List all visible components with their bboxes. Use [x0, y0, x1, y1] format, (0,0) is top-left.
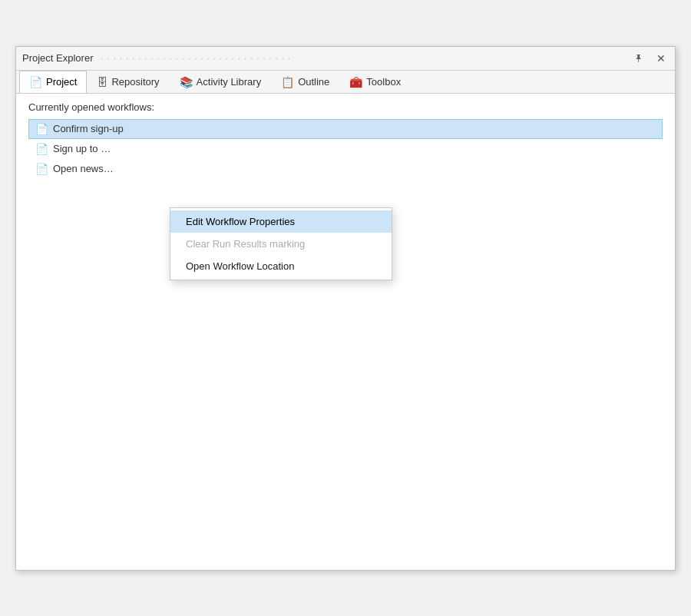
open-workflow-location-label: Open Workflow Location — [186, 260, 294, 272]
workflow-icon-open-news: 📄 — [35, 163, 48, 175]
tab-outline[interactable]: 📋 Outline — [271, 71, 339, 93]
workflow-label-open-news: Open news… — [53, 163, 114, 174]
tab-bar: 📄 Project 🗄 Repository 📚 Activity Librar… — [16, 71, 675, 94]
workflow-label-confirm-signup: Confirm sign-up — [53, 123, 124, 134]
tab-activity-library-label: Activity Library — [197, 76, 262, 88]
activity-library-tab-icon: 📚 — [180, 76, 193, 88]
tab-project[interactable]: 📄 Project — [19, 71, 87, 93]
section-label: Currently opened workflows: — [28, 101, 663, 113]
workflow-icon-sign-up-to: 📄 — [35, 143, 48, 155]
title-bar-left: Project Explorer · · · · · · · · · · · ·… — [22, 52, 291, 64]
workflow-item-confirm-signup[interactable]: 📄 Confirm sign-up — [28, 119, 663, 139]
context-menu: Edit Workflow Properties Clear Run Resul… — [170, 207, 392, 280]
tab-outline-label: Outline — [298, 76, 329, 88]
tab-toolbox[interactable]: 🧰 Toolbox — [339, 71, 411, 93]
outline-tab-icon: 📋 — [281, 76, 294, 88]
pin-button[interactable]: 🖈 — [630, 51, 647, 65]
close-button[interactable]: ✕ — [653, 51, 669, 65]
workflow-list: 📄 Confirm sign-up 📄 Sign up to … 📄 Open … — [28, 119, 663, 179]
tab-repository-label: Repository — [111, 76, 159, 88]
tab-project-label: Project — [46, 76, 77, 88]
context-menu-item-clear-run-results: Clear Run Results marking — [170, 233, 392, 255]
workflow-item-open-news[interactable]: 📄 Open news… — [28, 159, 663, 179]
workflow-label-sign-up-to: Sign up to … — [53, 143, 111, 154]
repository-tab-icon: 🗄 — [97, 76, 107, 88]
title-bar-controls: 🖈 ✕ — [630, 51, 669, 65]
workflow-icon-confirm-signup: 📄 — [35, 123, 48, 135]
project-tab-icon: 📄 — [29, 76, 42, 88]
tab-toolbox-label: Toolbox — [366, 76, 401, 88]
context-menu-item-open-workflow-location[interactable]: Open Workflow Location — [170, 255, 392, 277]
project-explorer-window: Project Explorer · · · · · · · · · · · ·… — [15, 46, 676, 571]
content-area: Currently opened workflows: 📄 Confirm si… — [16, 94, 675, 570]
window-title: Project Explorer — [22, 52, 93, 64]
edit-workflow-properties-label: Edit Workflow Properties — [186, 216, 295, 227]
tab-activity-library[interactable]: 📚 Activity Library — [170, 71, 272, 93]
clear-run-results-label: Clear Run Results marking — [186, 238, 305, 250]
title-bar: Project Explorer · · · · · · · · · · · ·… — [16, 47, 675, 71]
workflow-item-sign-up-to[interactable]: 📄 Sign up to … — [28, 139, 663, 159]
title-bar-dots: · · · · · · · · · · · · · · · · · · · · … — [101, 54, 290, 63]
tab-repository[interactable]: 🗄 Repository — [87, 71, 169, 93]
toolbox-tab-icon: 🧰 — [349, 76, 362, 88]
context-menu-item-edit-workflow-properties[interactable]: Edit Workflow Properties — [170, 210, 392, 233]
